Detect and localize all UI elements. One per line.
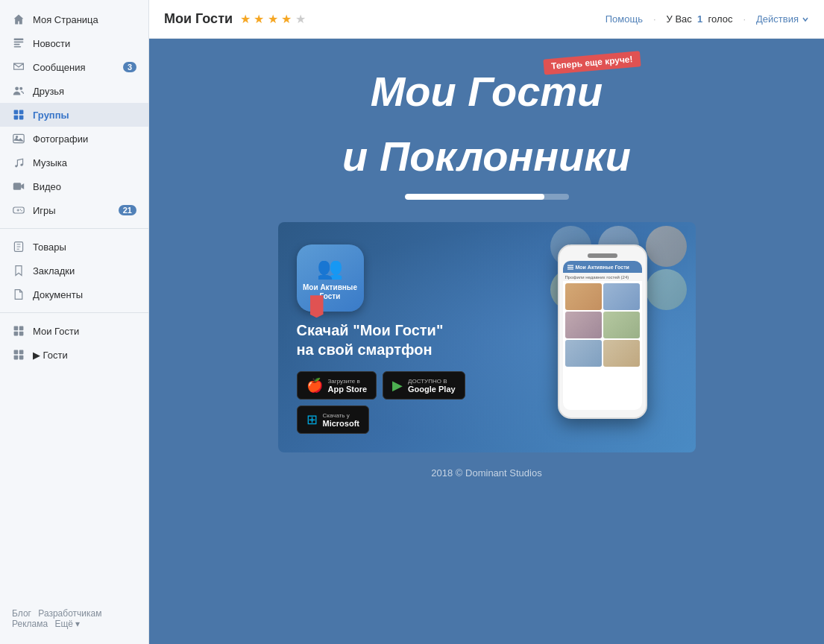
friends-icon	[12, 84, 25, 98]
messages-badge: 3	[123, 62, 136, 72]
star-2: ★	[254, 13, 264, 25]
phone-mockup: Мои Активные Гости Профили недавних гост…	[558, 244, 677, 419]
appstore-button[interactable]: 🍎 Загрузите в App Store	[297, 371, 377, 400]
sidebar-item-label: Новости	[33, 38, 136, 49]
phone-subheader-text: Профили недавних гостей (24)	[563, 273, 642, 281]
app-icon: 👥 Мои Активные Гости	[297, 244, 364, 312]
sidebar-item-label: Друзья	[33, 86, 136, 97]
phone-grid-face-2	[603, 283, 640, 310]
phone-grid-face-6	[603, 340, 640, 367]
footer-developers-link[interactable]: Разработчикам	[38, 608, 101, 619]
progress-bar-container	[405, 194, 569, 200]
sidebar-item-my-guests[interactable]: Мои Гости	[0, 319, 148, 343]
app-header: Мои Гости ★ ★ ★ ★ ★ Помощь · У Вас 1 гол…	[149, 0, 824, 39]
sidebar-item-goods[interactable]: Товары	[0, 235, 148, 259]
copyright-text: 2018 © Dominant Studios	[431, 467, 541, 479]
header-actions: Помощь · У Вас 1 голос · Действия	[606, 13, 809, 25]
microsoft-button[interactable]: ⊞ Скачать у Microsoft	[297, 405, 370, 434]
home-icon	[12, 13, 25, 26]
phone-grid-face-3	[565, 312, 602, 338]
sidebar: Моя Страница Новости Сообщения 3 Друзья …	[0, 0, 149, 644]
microsoft-big-text: Microsoft	[323, 419, 360, 428]
actions-button[interactable]: Действия	[756, 13, 809, 25]
votes-label: голос	[708, 13, 733, 25]
star-3: ★	[268, 13, 278, 25]
sidebar-item-label: Документы	[33, 289, 136, 300]
phone-screen: Мои Активные Гости Профили недавних гост…	[563, 261, 642, 410]
sidebar-divider-1	[0, 228, 148, 229]
svg-rect-27	[567, 265, 573, 266]
sidebar-item-documents[interactable]: Документы	[0, 282, 148, 306]
games-badge: 21	[119, 205, 136, 215]
phone-app-title: Мои Активные Гости	[576, 265, 629, 270]
svg-rect-11	[13, 134, 24, 142]
svg-rect-6	[14, 110, 19, 115]
svg-rect-1	[14, 42, 24, 43]
sidebar-item-friends[interactable]: Друзья	[0, 79, 148, 103]
sidebar-item-label: Моя Страница	[33, 14, 136, 25]
microsoft-icon: ⊞	[306, 411, 318, 428]
svg-rect-25	[14, 356, 19, 360]
svg-rect-23	[14, 350, 19, 355]
actions-label: Действия	[756, 13, 799, 25]
svg-rect-2	[14, 44, 20, 45]
star-4: ★	[281, 13, 292, 25]
svg-point-17	[21, 210, 22, 212]
appstore-small-text: Загрузите в	[328, 378, 368, 385]
sidebar-item-messages[interactable]: Сообщения 3	[0, 55, 148, 79]
news-icon	[12, 37, 25, 50]
sidebar-item-video[interactable]: Видео	[0, 174, 148, 198]
app-left: 👥 Мои Активные Гости Скачай "Мои Гости" …	[297, 244, 543, 434]
sidebar-item-music[interactable]: Музыка	[0, 151, 148, 174]
photos-icon	[12, 132, 25, 145]
sidebar-item-news[interactable]: Новости	[0, 31, 148, 55]
progress-bar-fill	[405, 194, 544, 200]
sidebar-item-label: ▶ Гости	[33, 350, 136, 361]
app-showcase: 👥 Мои Активные Гости Скачай "Мои Гости" …	[278, 222, 696, 452]
svg-point-16	[20, 209, 22, 210]
goods-icon	[12, 240, 25, 253]
votes-count: 1	[697, 13, 702, 25]
banner-title-container: Мои Гости Теперь еще круче!	[371, 69, 603, 130]
star-rating: ★ ★ ★ ★ ★	[240, 12, 306, 26]
games-icon	[12, 203, 25, 217]
main-content: Мои Гости ★ ★ ★ ★ ★ Помощь · У Вас 1 гол…	[149, 0, 824, 644]
votes-text: У Вас 1 голос	[667, 13, 733, 25]
phone-grid-face-5	[565, 340, 602, 367]
sidebar-item-label: Мои Гости	[33, 326, 136, 337]
googleplay-small-text: ДОСТУПНО В	[408, 378, 456, 385]
sidebar-item-label: Товары	[33, 242, 136, 253]
sidebar-item-photos[interactable]: Фотографии	[0, 127, 148, 151]
svg-point-13	[20, 164, 22, 166]
sidebar-item-my-page[interactable]: Моя Страница	[0, 7, 148, 31]
phone-notch	[588, 253, 617, 258]
googleplay-button[interactable]: ▶ ДОСТУПНО В Google Play	[383, 371, 465, 400]
googleplay-icon: ▶	[392, 377, 403, 394]
content-area: Мои Гости Теперь еще круче! и Поклонники	[149, 39, 824, 644]
banner-title-text: Мои Гости	[371, 68, 603, 115]
svg-rect-28	[567, 267, 573, 268]
sidebar-item-label: Музыка	[33, 157, 136, 168]
help-link[interactable]: Помощь	[606, 13, 643, 25]
separator-2: ·	[743, 13, 746, 25]
sidebar-item-guests[interactable]: ▶ Гости	[0, 343, 148, 367]
phone-grid-face-1	[565, 283, 602, 310]
svg-rect-21	[14, 332, 19, 336]
app-icon-people-symbol: 👥	[317, 256, 343, 280]
sidebar-item-groups[interactable]: Группы	[0, 103, 148, 127]
footer-more-link[interactable]: Ещё ▾	[54, 619, 80, 629]
svg-point-12	[15, 165, 17, 167]
groups-icon	[12, 108, 25, 121]
bookmarks-icon	[12, 264, 25, 277]
star-5-empty: ★	[295, 13, 306, 25]
phone-photo-grid	[563, 281, 642, 369]
documents-icon	[12, 288, 25, 301]
svg-rect-19	[14, 326, 19, 331]
footer-blog-link[interactable]: Блог	[12, 608, 31, 619]
sidebar-item-label: Сообщения	[33, 62, 123, 73]
svg-rect-20	[19, 326, 24, 331]
sidebar-item-bookmarks[interactable]: Закладки	[0, 259, 148, 282]
svg-rect-9	[19, 116, 24, 120]
sidebar-item-games[interactable]: Игры 21	[0, 198, 148, 222]
footer-ads-link[interactable]: Реклама	[12, 619, 48, 629]
